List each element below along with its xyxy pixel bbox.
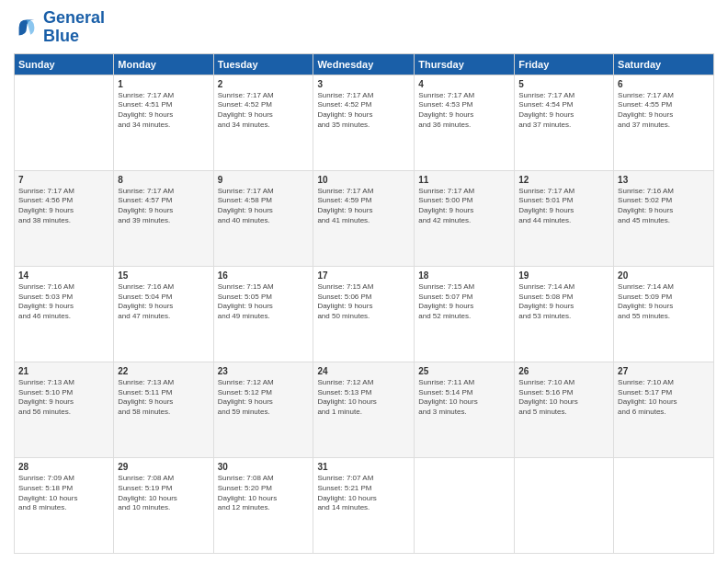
day-number: 31 — [317, 461, 410, 473]
calendar-cell: 17Sunrise: 7:15 AM Sunset: 5:06 PM Dayli… — [313, 266, 415, 362]
day-info: Sunrise: 7:09 AM Sunset: 5:18 PM Dayligh… — [18, 474, 109, 513]
calendar-week-row: 7Sunrise: 7:17 AM Sunset: 4:56 PM Daylig… — [15, 170, 714, 266]
calendar-cell: 12Sunrise: 7:17 AM Sunset: 5:01 PM Dayli… — [515, 170, 614, 266]
calendar-header-monday: Monday — [114, 53, 213, 75]
logo-text: General Blue — [43, 9, 105, 46]
calendar-cell: 20Sunrise: 7:14 AM Sunset: 5:09 PM Dayli… — [614, 266, 714, 362]
day-info: Sunrise: 7:12 AM Sunset: 5:12 PM Dayligh… — [218, 378, 310, 418]
day-number: 29 — [118, 461, 209, 473]
calendar-cell: 6Sunrise: 7:17 AM Sunset: 4:55 PM Daylig… — [614, 75, 714, 170]
calendar-cell: 3Sunrise: 7:17 AM Sunset: 4:52 PM Daylig… — [313, 75, 415, 170]
calendar-cell: 15Sunrise: 7:16 AM Sunset: 5:04 PM Dayli… — [114, 266, 213, 362]
day-number: 20 — [618, 270, 710, 282]
header: General Blue — [14, 9, 714, 46]
day-number: 2 — [218, 78, 310, 90]
day-number: 30 — [218, 461, 310, 473]
calendar-cell: 30Sunrise: 7:08 AM Sunset: 5:20 PM Dayli… — [213, 457, 313, 553]
day-info: Sunrise: 7:15 AM Sunset: 5:05 PM Dayligh… — [218, 282, 310, 322]
calendar-cell: 26Sunrise: 7:10 AM Sunset: 5:16 PM Dayli… — [515, 362, 614, 457]
day-number: 9 — [218, 174, 310, 186]
day-info: Sunrise: 7:17 AM Sunset: 4:55 PM Dayligh… — [618, 91, 710, 131]
day-info: Sunrise: 7:17 AM Sunset: 4:59 PM Dayligh… — [317, 187, 410, 226]
day-info: Sunrise: 7:13 AM Sunset: 5:11 PM Dayligh… — [118, 378, 209, 418]
calendar-cell — [415, 457, 515, 553]
calendar-cell: 2Sunrise: 7:17 AM Sunset: 4:52 PM Daylig… — [213, 75, 313, 170]
calendar-header-saturday: Saturday — [614, 53, 714, 75]
day-info: Sunrise: 7:11 AM Sunset: 5:14 PM Dayligh… — [418, 378, 510, 418]
day-number: 8 — [118, 174, 209, 186]
day-number: 10 — [317, 174, 410, 186]
day-info: Sunrise: 7:15 AM Sunset: 5:06 PM Dayligh… — [317, 282, 410, 322]
day-info: Sunrise: 7:07 AM Sunset: 5:21 PM Dayligh… — [317, 474, 410, 513]
day-number: 16 — [218, 270, 310, 282]
calendar-cell: 1Sunrise: 7:17 AM Sunset: 4:51 PM Daylig… — [114, 75, 213, 170]
day-number: 25 — [418, 365, 510, 377]
day-info: Sunrise: 7:17 AM Sunset: 5:00 PM Dayligh… — [418, 187, 510, 226]
day-number: 19 — [518, 270, 609, 282]
day-number: 28 — [18, 461, 109, 473]
calendar-cell: 27Sunrise: 7:10 AM Sunset: 5:17 PM Dayli… — [614, 362, 714, 457]
calendar-cell: 11Sunrise: 7:17 AM Sunset: 5:00 PM Dayli… — [415, 170, 515, 266]
day-number: 18 — [418, 270, 510, 282]
calendar-cell: 22Sunrise: 7:13 AM Sunset: 5:11 PM Dayli… — [114, 362, 213, 457]
calendar-header-row: SundayMondayTuesdayWednesdayThursdayFrid… — [15, 53, 714, 75]
calendar-week-row: 28Sunrise: 7:09 AM Sunset: 5:18 PM Dayli… — [15, 457, 714, 553]
calendar-header-thursday: Thursday — [415, 53, 515, 75]
day-info: Sunrise: 7:15 AM Sunset: 5:07 PM Dayligh… — [418, 282, 510, 322]
calendar-cell: 14Sunrise: 7:16 AM Sunset: 5:03 PM Dayli… — [15, 266, 114, 362]
calendar-cell: 19Sunrise: 7:14 AM Sunset: 5:08 PM Dayli… — [515, 266, 614, 362]
calendar-week-row: 1Sunrise: 7:17 AM Sunset: 4:51 PM Daylig… — [15, 75, 714, 170]
day-info: Sunrise: 7:14 AM Sunset: 5:08 PM Dayligh… — [518, 282, 609, 322]
calendar-cell: 8Sunrise: 7:17 AM Sunset: 4:57 PM Daylig… — [114, 170, 213, 266]
calendar-header-tuesday: Tuesday — [213, 53, 313, 75]
day-info: Sunrise: 7:17 AM Sunset: 4:54 PM Dayligh… — [518, 91, 609, 131]
day-number: 4 — [418, 78, 510, 90]
day-number: 13 — [618, 174, 710, 186]
day-info: Sunrise: 7:10 AM Sunset: 5:17 PM Dayligh… — [618, 378, 710, 418]
calendar-cell: 25Sunrise: 7:11 AM Sunset: 5:14 PM Dayli… — [415, 362, 515, 457]
day-number: 23 — [218, 365, 310, 377]
day-info: Sunrise: 7:17 AM Sunset: 5:01 PM Dayligh… — [518, 187, 609, 226]
calendar-table: SundayMondayTuesdayWednesdayThursdayFrid… — [14, 53, 714, 554]
day-info: Sunrise: 7:17 AM Sunset: 4:53 PM Dayligh… — [418, 91, 510, 131]
calendar-cell: 13Sunrise: 7:16 AM Sunset: 5:02 PM Dayli… — [614, 170, 714, 266]
day-info: Sunrise: 7:13 AM Sunset: 5:10 PM Dayligh… — [18, 378, 109, 418]
logo-icon — [14, 15, 40, 40]
calendar-cell: 21Sunrise: 7:13 AM Sunset: 5:10 PM Dayli… — [15, 362, 114, 457]
calendar-header-friday: Friday — [515, 53, 614, 75]
day-number: 12 — [518, 174, 609, 186]
day-number: 5 — [518, 78, 609, 90]
day-number: 14 — [18, 270, 109, 282]
day-info: Sunrise: 7:16 AM Sunset: 5:02 PM Dayligh… — [618, 187, 710, 226]
day-number: 11 — [418, 174, 510, 186]
day-info: Sunrise: 7:10 AM Sunset: 5:16 PM Dayligh… — [518, 378, 609, 418]
day-info: Sunrise: 7:17 AM Sunset: 4:52 PM Dayligh… — [317, 91, 410, 131]
calendar-cell: 31Sunrise: 7:07 AM Sunset: 5:21 PM Dayli… — [313, 457, 415, 553]
calendar-cell — [515, 457, 614, 553]
calendar-cell: 16Sunrise: 7:15 AM Sunset: 5:05 PM Dayli… — [213, 266, 313, 362]
day-number: 26 — [518, 365, 609, 377]
day-info: Sunrise: 7:16 AM Sunset: 5:03 PM Dayligh… — [18, 282, 109, 322]
calendar-cell: 10Sunrise: 7:17 AM Sunset: 4:59 PM Dayli… — [313, 170, 415, 266]
day-number: 15 — [118, 270, 209, 282]
calendar-cell: 28Sunrise: 7:09 AM Sunset: 5:18 PM Dayli… — [15, 457, 114, 553]
calendar-cell: 9Sunrise: 7:17 AM Sunset: 4:58 PM Daylig… — [213, 170, 313, 266]
calendar-cell: 18Sunrise: 7:15 AM Sunset: 5:07 PM Dayli… — [415, 266, 515, 362]
calendar-cell: 7Sunrise: 7:17 AM Sunset: 4:56 PM Daylig… — [15, 170, 114, 266]
day-info: Sunrise: 7:17 AM Sunset: 4:51 PM Dayligh… — [118, 91, 209, 131]
calendar-header-wednesday: Wednesday — [313, 53, 415, 75]
day-info: Sunrise: 7:14 AM Sunset: 5:09 PM Dayligh… — [618, 282, 710, 322]
day-info: Sunrise: 7:08 AM Sunset: 5:20 PM Dayligh… — [218, 474, 310, 513]
calendar-header-sunday: Sunday — [15, 53, 114, 75]
day-number: 17 — [317, 270, 410, 282]
calendar-cell: 5Sunrise: 7:17 AM Sunset: 4:54 PM Daylig… — [515, 75, 614, 170]
day-info: Sunrise: 7:17 AM Sunset: 4:57 PM Dayligh… — [118, 187, 209, 226]
calendar-cell: 4Sunrise: 7:17 AM Sunset: 4:53 PM Daylig… — [415, 75, 515, 170]
day-number: 1 — [118, 78, 209, 90]
calendar-cell — [614, 457, 714, 553]
calendar-cell: 23Sunrise: 7:12 AM Sunset: 5:12 PM Dayli… — [213, 362, 313, 457]
day-info: Sunrise: 7:16 AM Sunset: 5:04 PM Dayligh… — [118, 282, 209, 322]
day-number: 24 — [317, 365, 410, 377]
day-number: 7 — [18, 174, 109, 186]
day-number: 21 — [18, 365, 109, 377]
